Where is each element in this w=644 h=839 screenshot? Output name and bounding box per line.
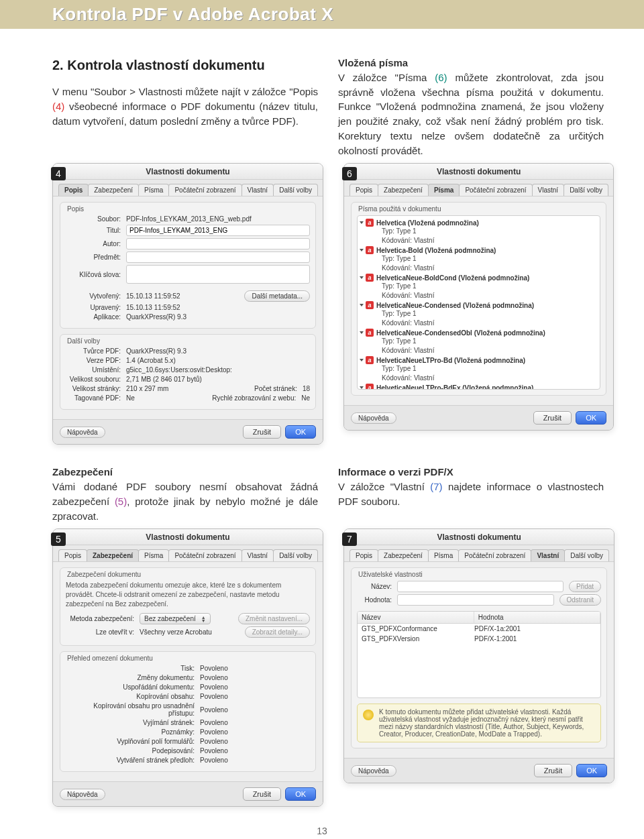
font-item: aHelveticaNeue-CondensedObl (Vložená pod… <box>360 329 596 355</box>
value-open: Všechny verze Acrobatu <box>140 628 245 636</box>
dialog-title: Vlastnosti dokumentu <box>53 529 323 545</box>
tabs-bar: Popis Zabezpečení Písma Počáteční zobraz… <box>344 545 614 562</box>
label-hodnota: Hodnota: <box>357 596 397 604</box>
label-klic: Klíčová slova: <box>66 271 126 278</box>
figure-badge-7: 7 <box>342 533 357 546</box>
btn-ok[interactable]: OK <box>285 425 316 439</box>
input-klic[interactable] <box>126 265 310 284</box>
tab-popis[interactable]: Popis <box>350 549 378 561</box>
label-verze: Verze PDF: <box>66 357 126 364</box>
text-a1: V menu "Soubor > Vlastnosti můžete najít… <box>52 86 318 97</box>
value-vytvoreny: 15.10.13 11:59:52 <box>126 292 244 300</box>
text-b1: V záložce "Písma <box>338 72 435 83</box>
tab-popis[interactable]: Popis <box>58 549 87 561</box>
section-heading-2: 2. Kontrola vlastností dokumentu <box>52 56 318 75</box>
tab-pocatecni[interactable]: Počáteční zobrazení <box>458 549 531 561</box>
dialog-title: Vlastnosti dokumentu <box>344 164 613 180</box>
font-item: aHelvetica-Bold (Vložená podmnožina)Typ:… <box>360 246 596 272</box>
select-method[interactable]: Bez zabezpečení▲▼ <box>140 613 211 624</box>
btn-cancel[interactable]: Zrušit <box>534 764 573 777</box>
ref-5: (5) <box>115 496 127 507</box>
group-sec-title: Zabezpečení dokumentu <box>66 571 310 578</box>
table-row[interactable]: GTS_PDFXVersionPDF/X-1:2001 <box>358 634 600 644</box>
value-velikost: 2,71 MB (2 846 017 bytů) <box>126 376 310 383</box>
tab-zabezpeceni[interactable]: Zabezpečení <box>88 184 139 196</box>
tab-zabezpeceni[interactable]: Zabezpečení <box>378 549 429 561</box>
text-b2: můžete zkontrolovat, zda jsou správně vl… <box>338 72 604 156</box>
table-row[interactable]: GTS_PDFXConformancePDF/X-1a:2001 <box>358 624 600 634</box>
tab-pisma[interactable]: Písma <box>138 184 169 196</box>
label-autor: Autor: <box>66 240 126 247</box>
btn-ok[interactable]: OK <box>285 787 316 801</box>
tab-pocatecni[interactable]: Počáteční zobrazení <box>168 184 241 196</box>
tab-pocatecni[interactable]: Počáteční zobrazení <box>459 184 532 196</box>
value-rychle: Ne <box>301 394 310 402</box>
value-pocet: 18 <box>303 385 310 392</box>
restriction-row: Uspořádání dokumentu:Povoleno <box>66 683 310 691</box>
tab-dalsi[interactable]: Další volby <box>273 184 318 196</box>
input-nazev[interactable] <box>397 581 564 592</box>
btn-cancel[interactable]: Zrušit <box>243 787 282 801</box>
tabs-bar: Popis Zabezpečení Písma Počáteční zobraz… <box>53 545 323 562</box>
label-velikost: Velikost souboru: <box>66 376 126 383</box>
figure-badge-4: 4 <box>51 167 66 180</box>
btn-ok[interactable]: OK <box>576 411 606 425</box>
font-item: aHelveticaNeue-Condensed (Vložená podmno… <box>360 301 596 327</box>
tabs-bar: Popis Zabezpečení Písma Počáteční zobraz… <box>344 180 613 197</box>
restriction-row: Kopírování obsahu pro usnadnění přístupu… <box>66 702 310 717</box>
dialog-6-pisma: Vlastnosti dokumentu Popis Zabezpečení P… <box>343 163 614 431</box>
hint-text: K tomuto dokumentu můžete přidat uživate… <box>379 708 595 738</box>
tab-zabezpeceni[interactable]: Zabezpečení <box>87 549 139 561</box>
btn-help[interactable]: Nápověda <box>60 427 105 438</box>
sec-desc: Metoda zabezpečení dokumentu omezuje akc… <box>66 581 310 609</box>
tab-vlastni[interactable]: Vlastní <box>241 549 274 561</box>
btn-show-detail: Zobrazit detaily... <box>245 626 310 638</box>
group-restrict-title: Přehled omezení dokumentu <box>66 655 310 662</box>
input-predmet[interactable] <box>126 251 310 263</box>
btn-meta[interactable]: Další metadata... <box>244 290 310 302</box>
font-list: aHelvetica (Vložená podmnožina)Typ: Type… <box>357 215 600 390</box>
tab-vlastni[interactable]: Vlastní <box>532 184 565 196</box>
value-stranka: 210 x 297 mm <box>126 385 168 392</box>
btn-cancel[interactable]: Zrušit <box>533 411 572 425</box>
btn-help[interactable]: Nápověda <box>60 789 105 800</box>
ref-4: (4) <box>52 101 64 112</box>
btn-help[interactable]: Nápověda <box>351 765 396 777</box>
tab-zabezpeceni[interactable]: Zabezpečení <box>378 184 429 196</box>
th-value: Hodnota <box>474 612 600 623</box>
value-soubor: PDF-Infos_LEYKAM_2013_ENG_web.pdf <box>126 215 310 223</box>
tab-dalsi[interactable]: Další volby <box>564 549 609 561</box>
tab-pocatecni[interactable]: Počáteční zobrazení <box>168 549 241 561</box>
dialog-title: Vlastnosti dokumentu <box>344 529 614 545</box>
tab-dalsi[interactable]: Další volby <box>273 549 318 561</box>
label-upraveny: Upravený: <box>66 304 126 311</box>
tab-pisma[interactable]: Písma <box>428 549 459 561</box>
tab-popis[interactable]: Popis <box>58 184 89 196</box>
page-title: Kontrola PDF v Adobe Acrobat X <box>52 4 644 25</box>
tab-dalsi[interactable]: Další volby <box>564 184 608 196</box>
dialog-4-popis: Vlastnosti dokumentu Popis Zabezpečení P… <box>52 163 323 445</box>
th-name: Název <box>358 612 474 623</box>
label-vytvoreny: Vytvořený: <box>66 292 126 300</box>
label-aplikace: Aplikace: <box>66 313 126 321</box>
btn-ok[interactable]: OK <box>576 764 607 777</box>
ref-7: (7) <box>430 481 442 492</box>
group-fonts-title: Písma použitá v dokumentu <box>357 205 600 213</box>
input-titul[interactable] <box>126 225 310 236</box>
btn-help[interactable]: Nápověda <box>351 412 396 424</box>
text-d1: V záložce "Vlastní <box>338 481 430 492</box>
label-pocet: Počet stránek: <box>254 385 303 392</box>
input-hodnota[interactable] <box>397 594 553 606</box>
btn-cancel[interactable]: Zrušit <box>243 425 282 439</box>
tab-vlastni[interactable]: Vlastní <box>531 549 565 561</box>
tab-vlastni[interactable]: Vlastní <box>241 184 274 196</box>
label-tvurce: Tvůrce PDF: <box>66 347 126 355</box>
input-autor[interactable] <box>126 238 310 249</box>
tab-popis[interactable]: Popis <box>350 184 378 196</box>
tab-pisma[interactable]: Písma <box>138 549 169 561</box>
label-tag: Tagované PDF: <box>66 394 126 402</box>
tab-pisma[interactable]: Písma <box>428 184 460 196</box>
btn-delete: Odstranit <box>559 594 602 606</box>
restriction-row: Vyjímání stránek:Povoleno <box>66 719 310 726</box>
restriction-row: Kopírování obsahu:Povoleno <box>66 693 310 700</box>
